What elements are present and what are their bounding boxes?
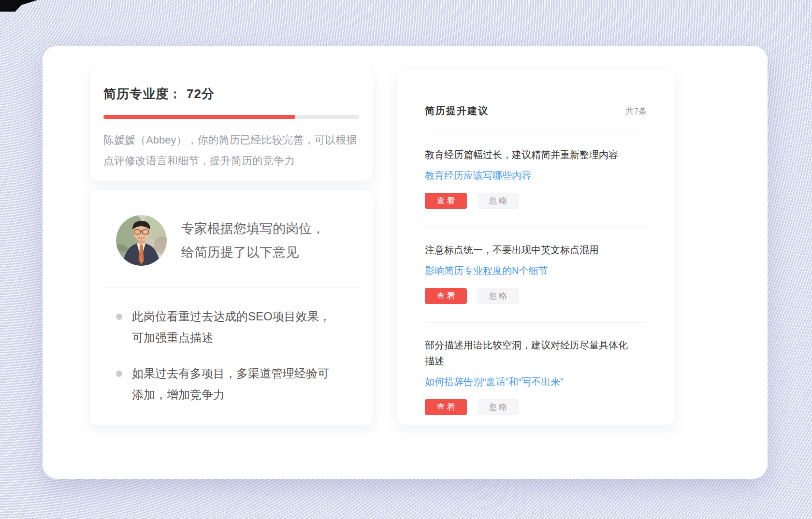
score-progress-bar xyxy=(103,115,359,119)
main-panel: 简历专业度：72分 陈媛媛（Abbey），你的简历已经比较完善，可以根据点评修改… xyxy=(43,46,768,479)
advice-text: 如果过去有多项目，多渠道管理经验可添加，增加竞争力 xyxy=(132,363,335,405)
suggestion-text: 注意标点统一，不要出现中英文标点混用 xyxy=(425,242,633,258)
suggestion-text: 教育经历篇幅过长，建议精简并重新整理内容 xyxy=(425,147,633,163)
score-title: 简历专业度：72分 xyxy=(103,86,359,102)
score-label: 简历专业度： xyxy=(103,86,182,101)
suggestion-actions: 查看 忽略 xyxy=(425,399,647,415)
expert-header: 专家根据您填写的岗位， 给简历提了以下意见 xyxy=(103,215,359,266)
ignore-button[interactable]: 忽略 xyxy=(478,193,519,209)
view-button[interactable]: 查看 xyxy=(425,193,467,209)
expert-avatar xyxy=(116,215,167,266)
expert-intro-line2: 给简历提了以下意见 xyxy=(181,241,325,264)
expert-avatar-image xyxy=(116,215,167,266)
resume-score-card: 简历专业度：72分 陈媛媛（Abbey），你的简历已经比较完善，可以根据点评修改… xyxy=(89,68,373,181)
suggestion-item: 注意标点统一，不要出现中英文标点混用 影响简历专业程度的N个细节 查看 忽略 xyxy=(425,228,647,323)
advice-list: 此岗位看重过去达成的SEO项目效果，可加强重点描述 如果过去有多项目，多渠道管理… xyxy=(103,306,359,405)
expert-advice-card: 专家根据您填写的岗位， 给简历提了以下意见 此岗位看重过去达成的SEO项目效果，… xyxy=(89,189,373,425)
suggestion-actions: 查看 忽略 xyxy=(425,193,647,209)
view-button[interactable]: 查看 xyxy=(425,288,467,304)
divider xyxy=(103,287,359,288)
bullet-dot-icon xyxy=(116,371,122,377)
suggestion-actions: 查看 忽略 xyxy=(425,288,647,304)
score-description: 陈媛媛（Abbey），你的简历已经比较完善，可以根据点评修改语言和细节，提升简历… xyxy=(103,130,359,171)
suggestion-count: 共7条 xyxy=(626,106,647,117)
ignore-button[interactable]: 忽略 xyxy=(478,399,519,415)
advice-text: 此岗位看重过去达成的SEO项目效果，可加强重点描述 xyxy=(132,306,335,348)
suggestions-card: 简历提升建议 共7条 教育经历篇幅过长，建议精简并重新整理内容 教育经历应该写哪… xyxy=(396,69,675,425)
score-value: 72分 xyxy=(187,86,215,101)
suggestion-link[interactable]: 教育经历应该写哪些内容 xyxy=(425,169,531,182)
list-item: 如果过去有多项目，多渠道管理经验可添加，增加竞争力 xyxy=(116,363,359,405)
list-item: 此岗位看重过去达成的SEO项目效果，可加强重点描述 xyxy=(116,306,359,348)
bullet-dot-icon xyxy=(116,314,122,320)
suggestion-text: 部分描述用语比较空洞，建议对经历尽量具体化描述 xyxy=(425,337,633,369)
suggestion-item: 教育经历篇幅过长，建议精简并重新整理内容 教育经历应该写哪些内容 查看 忽略 xyxy=(425,132,647,228)
ignore-button[interactable]: 忽略 xyxy=(478,288,519,304)
suggestion-item: 部分描述用语比较空洞，建议对经历尽量具体化描述 如何措辞告别“废话”和“写不出来… xyxy=(425,323,647,433)
suggestion-link[interactable]: 影响简历专业程度的N个细节 xyxy=(425,264,548,277)
expert-intro-line1: 专家根据您填写的岗位， xyxy=(181,217,325,241)
suggestions-title: 简历提升建议 xyxy=(425,104,489,117)
suggestions-header: 简历提升建议 共7条 xyxy=(425,104,647,117)
suggestion-link[interactable]: 如何措辞告别“废话”和“写不出来” xyxy=(425,375,564,389)
expert-intro: 专家根据您填写的岗位， 给简历提了以下意见 xyxy=(181,217,325,264)
progress-fill xyxy=(103,115,295,119)
view-button[interactable]: 查看 xyxy=(425,399,467,415)
